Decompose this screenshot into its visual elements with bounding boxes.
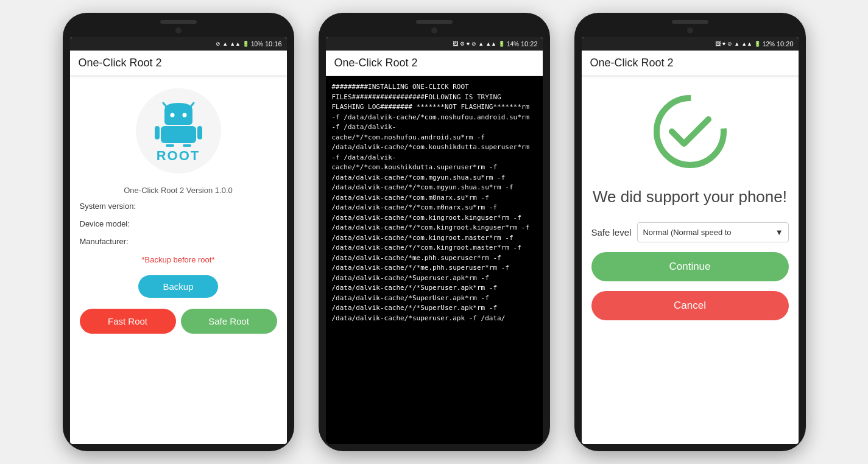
phone1-content: ROOT One-Click Root 2 Version 1.0.0 Syst… <box>70 76 287 444</box>
android-logo-circle: ROOT <box>136 88 221 174</box>
app-title-3: One-Click Root 2 <box>590 57 674 69</box>
battery-percent-1: 10% <box>251 41 263 47</box>
wifi-icon-2: ▲ <box>478 41 484 47</box>
battery-percent-3: 12% <box>763 41 775 47</box>
status-time-2: 10:22 <box>521 40 538 47</box>
signal-icon-3: ▲▲ <box>741 41 752 47</box>
backup-warning: *Backup before root* <box>142 255 215 264</box>
backup-button[interactable]: Backup <box>138 275 217 298</box>
svg-rect-5 <box>155 126 160 139</box>
phone-1-screen: ⊘ ▲ ▲▲ 🔋 10% 10:16 One-Click Root 2 <box>70 37 287 444</box>
system-version-label: System version: <box>80 200 277 213</box>
phone2-log-area: #########INSTALLING ONE-CLICK ROOT FILES… <box>326 76 543 444</box>
block-icon: ⊘ <box>216 41 221 47</box>
battery-icon-3: 🔋 <box>754 41 761 47</box>
status-bar-3: 🖼 ♥ ⊘ ▲ ▲▲ 🔋 12% 10:20 <box>582 37 799 51</box>
root-text: ROOT <box>157 148 200 164</box>
support-text: We did support your phone! <box>593 187 787 208</box>
svg-rect-6 <box>197 126 202 139</box>
dropdown-arrow-icon: ▼ <box>775 228 783 237</box>
svg-point-2 <box>170 113 174 118</box>
status-icons-3: 🖼 ♥ ⊘ ▲ ▲▲ 🔋 12% 10:20 <box>715 40 794 47</box>
phone-3-screen: 🖼 ♥ ⊘ ▲ ▲▲ 🔋 12% 10:20 One-Click Root 2 … <box>582 37 799 444</box>
android-logo: ROOT <box>151 98 206 164</box>
heart-icon-3: ♥ <box>722 41 725 47</box>
safe-level-value: Normal (Normal speed to <box>643 228 731 237</box>
camera-2 <box>431 27 437 33</box>
heart-icon: ♥ <box>467 41 470 47</box>
camera-1 <box>175 27 182 33</box>
status-icons-2: 🖼 ⚙ ♥ ⊘ ▲ ▲▲ 🔋 14% 10:22 <box>453 40 538 47</box>
safe-root-button[interactable]: Safe Root <box>181 309 277 334</box>
status-time-3: 10:20 <box>777 40 794 47</box>
phone-2-top <box>326 20 543 37</box>
svg-point-3 <box>182 113 186 118</box>
android-svg <box>151 98 206 147</box>
continue-button[interactable]: Continue <box>591 252 789 281</box>
app-title-2: One-Click Root 2 <box>334 57 418 69</box>
cancel-button[interactable]: Cancel <box>591 291 789 320</box>
speaker-3 <box>672 20 708 24</box>
phone-3-top <box>582 20 799 37</box>
signal-icon-2: ▲▲ <box>485 41 496 47</box>
photo-icon: 🖼 <box>715 41 721 47</box>
device-model-label: Device model: <box>80 217 277 230</box>
block-icon-2: ⊘ <box>471 41 476 47</box>
status-bar-2: 🖼 ⚙ ♥ ⊘ ▲ ▲▲ 🔋 14% 10:22 <box>326 37 543 51</box>
phone-2-screen: 🖼 ⚙ ♥ ⊘ ▲ ▲▲ 🔋 14% 10:22 One-Click Root … <box>326 37 543 444</box>
camera-notification-icon: ⚙ <box>460 41 465 47</box>
safe-level-select[interactable]: Normal (Normal speed to ▼ <box>637 222 788 242</box>
speaker-1 <box>160 20 197 24</box>
bottom-buttons: Fast Root Safe Root <box>80 309 277 334</box>
battery-icon: 🔋 <box>242 41 249 47</box>
svg-rect-8 <box>183 144 191 147</box>
phone-1: ⊘ ▲ ▲▲ 🔋 10% 10:16 One-Click Root 2 <box>63 13 294 451</box>
safe-level-label: Safe level <box>591 227 632 237</box>
fast-root-button[interactable]: Fast Root <box>80 309 176 334</box>
app-bar-2: One-Click Root 2 <box>326 51 543 76</box>
wifi-icon: ▲ <box>222 41 228 47</box>
app-title-1: One-Click Root 2 <box>79 57 162 69</box>
app-bar-3: One-Click Root 2 <box>582 51 799 76</box>
block-icon-3: ⊘ <box>727 41 732 47</box>
speaker-2 <box>416 20 453 24</box>
camera-3 <box>687 27 693 33</box>
phone-2: 🖼 ⚙ ♥ ⊘ ▲ ▲▲ 🔋 14% 10:22 One-Click Root … <box>319 13 550 451</box>
battery-icon-2: 🔋 <box>498 41 505 47</box>
version-text: One-Click Root 2 Version 1.0.0 <box>124 186 232 195</box>
phone3-content: We did support your phone! Safe level No… <box>582 76 799 444</box>
log-text: #########INSTALLING ONE-CLICK ROOT FILES… <box>326 76 543 444</box>
status-bar-1: ⊘ ▲ ▲▲ 🔋 10% 10:16 <box>70 37 287 51</box>
status-icons-1: ⊘ ▲ ▲▲ 🔋 10% 10:16 <box>216 40 281 47</box>
app-bar-1: One-Click Root 2 <box>70 51 287 76</box>
safe-level-row: Safe level Normal (Normal speed to ▼ <box>591 222 789 242</box>
svg-rect-7 <box>166 144 174 147</box>
svg-point-9 <box>657 98 724 165</box>
status-time-1: 10:16 <box>265 40 282 47</box>
svg-rect-4 <box>161 126 196 143</box>
signal-icon: ▲▲ <box>230 41 241 47</box>
success-check-circle <box>651 92 730 171</box>
phone-1-top <box>70 20 287 37</box>
notification-icon: 🖼 <box>453 41 458 47</box>
battery-percent-2: 14% <box>507 41 519 47</box>
phone-3: 🖼 ♥ ⊘ ▲ ▲▲ 🔋 12% 10:20 One-Click Root 2 … <box>574 13 806 451</box>
wifi-icon-3: ▲ <box>734 41 739 47</box>
manufacturer-label: Manufacturer: <box>80 235 277 248</box>
